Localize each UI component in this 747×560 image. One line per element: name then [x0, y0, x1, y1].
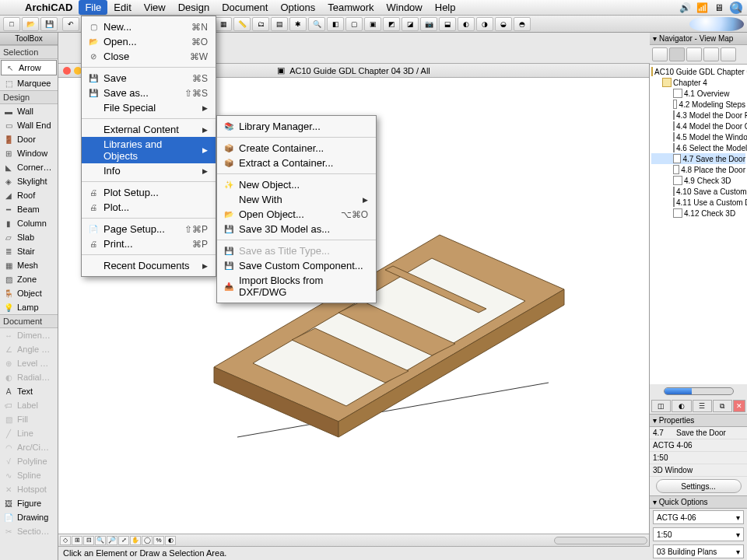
navigator-tree[interactable]: AC10 Guide GDL Chapter 04 Chapter 4 4.1 … [650, 65, 747, 384]
tool-radial[interactable]: ◐Radial… [0, 370, 58, 384]
file-new[interactable]: ▢New...⌘N [82, 19, 216, 34]
file-recent[interactable]: Recent Documents▶ [82, 258, 216, 273]
sub-create-container[interactable]: 📦Create Container... [217, 141, 376, 156]
file-close[interactable]: ⊘Close⌘W [82, 49, 216, 64]
nav-tab-view-icon[interactable] [669, 47, 685, 61]
tool-level[interactable]: ⊕Level … [0, 356, 58, 370]
tool-zoom-icon[interactable]: 🔍 [308, 17, 325, 31]
nav-tab-publisher-icon[interactable] [703, 47, 719, 61]
tool-line[interactable]: ╱Line [0, 426, 58, 440]
tool-text[interactable]: AText [0, 384, 58, 398]
tree-page[interactable]: 4.8 Place the Door [651, 164, 745, 175]
airport-icon[interactable]: 📶 [696, 2, 708, 14]
sub-new-with[interactable]: New With▶ [217, 192, 376, 207]
nav-tab-more-icon[interactable] [721, 47, 736, 61]
tree-page[interactable]: 4.3 Model the Door F [651, 110, 745, 121]
tool-figure[interactable]: 🖼Figure [0, 496, 58, 510]
menu-window[interactable]: Window [381, 0, 429, 15]
tool-snap-icon[interactable]: ✱ [289, 17, 307, 31]
tool-angle[interactable]: ∠Angle … [0, 342, 58, 356]
menu-options[interactable]: Options [274, 0, 321, 15]
nav-tab2-2-icon[interactable]: ◐ [672, 400, 691, 412]
tool-layers-icon[interactable]: 🗂 [252, 17, 269, 31]
toolbox-cat-document[interactable]: Document [0, 314, 58, 328]
tool-group-icon[interactable]: ▦ [215, 17, 232, 31]
tool-nav2-icon[interactable]: ◑ [476, 17, 493, 31]
tool-nav1-icon[interactable]: ◐ [458, 17, 475, 31]
sub-open-object[interactable]: 📂Open Object...⌥⌘O [217, 207, 376, 222]
menu-file[interactable]: File [79, 0, 107, 15]
quick-dd-2[interactable]: 1:50▾ [653, 527, 744, 541]
sub-save-custom[interactable]: 💾Save Custom Component... [217, 258, 376, 273]
vbt-7-icon[interactable]: ✋ [130, 536, 141, 545]
tree-page[interactable]: 4.10 Save a Custom D [651, 186, 745, 197]
tool-section-icon[interactable]: ⬓ [439, 17, 456, 31]
file-plotsetup[interactable]: 🖨Plot Setup... [82, 185, 216, 200]
navigator-collapse-icon[interactable]: ▾ [653, 34, 657, 43]
sub-new-object[interactable]: ✨New Object... [217, 177, 376, 192]
tool-fill[interactable]: ▧Fill [0, 412, 58, 426]
tool-view1-icon[interactable]: ▢ [345, 17, 363, 31]
tool-slab[interactable]: ▱Slab [0, 230, 58, 244]
tool-camera-icon[interactable]: 📷 [420, 17, 437, 31]
sub-library-manager[interactable]: 📚Library Manager... [217, 119, 376, 134]
tool-save-icon[interactable]: 💾 [40, 17, 58, 31]
tool-polyline[interactable]: √Polyline [0, 454, 58, 468]
file-save[interactable]: 💾Save⌘S [82, 71, 216, 86]
spotlight-icon[interactable]: 🔍 [730, 2, 742, 14]
menu-view[interactable]: View [138, 0, 172, 15]
menu-document[interactable]: Document [216, 0, 274, 15]
tree-page[interactable]: 4.11 Use a Custom D [651, 197, 745, 208]
toolbox-cat-selection[interactable]: Selection [0, 45, 58, 59]
tree-page[interactable]: 4.9 Check 3D [651, 175, 745, 186]
tool-iso-icon[interactable]: ◧ [327, 17, 344, 31]
tool-new-icon[interactable]: □ [3, 17, 20, 31]
tool-arc[interactable]: ◠Arc/Ci… [0, 440, 58, 454]
tree-page[interactable]: 4.4 Model the Door O [651, 121, 745, 131]
tree-page[interactable]: 4.1 Overview [651, 88, 745, 99]
toolbox-cat-design[interactable]: Design [0, 90, 58, 104]
properties-header[interactable]: ▾ Properties [650, 414, 747, 427]
nav-tab-project-icon[interactable] [652, 47, 668, 61]
tool-measure-icon[interactable]: 📏 [233, 17, 251, 31]
file-print[interactable]: 🖨Print...⌘P [82, 236, 216, 251]
tool-label[interactable]: 🏷Label [0, 398, 58, 412]
nav-tab2-3-icon[interactable]: ☰ [693, 400, 712, 412]
tool-toggle1-icon[interactable]: ◩ [383, 17, 400, 31]
nav-tab2-close-icon[interactable]: ✕ [733, 400, 745, 412]
file-pagesetup[interactable]: 📄Page Setup...⇧⌘P [82, 222, 216, 236]
file-open[interactable]: 📂Open...⌘O [82, 34, 216, 49]
settings-button[interactable]: Settings... [656, 479, 742, 493]
close-window-icon[interactable] [63, 67, 71, 75]
tool-nav4-icon[interactable]: ◓ [514, 17, 531, 31]
tool-view2-icon[interactable]: ▣ [364, 17, 381, 31]
tool-roof[interactable]: ◢Roof [0, 188, 58, 202]
display-icon[interactable]: 🖥 [713, 2, 725, 14]
vbt-4-icon[interactable]: 🔍 [95, 536, 106, 545]
quick-options-header[interactable]: ▾ Quick Options [650, 495, 747, 509]
vbt-5-icon[interactable]: 🔎 [107, 536, 117, 545]
tree-page[interactable]: 4.7 Save the Door [651, 153, 745, 164]
tool-hotspot[interactable]: ✕Hotspot [0, 482, 58, 496]
tool-dim[interactable]: ↔Dimen… [0, 328, 58, 342]
vbt-1-icon[interactable]: ◇ [60, 536, 71, 545]
tool-section[interactable]: ✂Sectio… [0, 524, 58, 538]
nav-tab-layout-icon[interactable] [686, 47, 702, 61]
tool-wallend[interactable]: ▭Wall End [0, 118, 58, 132]
tree-page[interactable]: 4.2 Modeling Steps [651, 99, 745, 110]
file-plot[interactable]: 🖨Plot... [82, 200, 216, 215]
quick-dd-1[interactable]: ACTG 4-06▾ [653, 510, 744, 524]
tool-column[interactable]: ▮Column [0, 216, 58, 230]
vbt-3-icon[interactable]: ⊟ [83, 536, 94, 545]
tree-page[interactable]: 4.6 Select the Model [651, 142, 745, 153]
tool-toggle2-icon[interactable]: ◪ [402, 17, 419, 31]
menu-help[interactable]: Help [429, 0, 462, 15]
quick-dd-3[interactable]: 03 Building Plans▾ [653, 544, 744, 558]
tool-wall[interactable]: ▬Wall [0, 104, 58, 118]
tool-nav3-icon[interactable]: ◒ [495, 17, 512, 31]
tool-skylight[interactable]: ◈Skylight [0, 174, 58, 188]
tool-door[interactable]: 🚪Door [0, 132, 58, 146]
tool-object[interactable]: 🪑Object [0, 286, 58, 300]
nav-tab2-1-icon[interactable]: ◫ [651, 400, 671, 412]
tree-root[interactable]: AC10 Guide GDL Chapter 04 [651, 66, 745, 77]
